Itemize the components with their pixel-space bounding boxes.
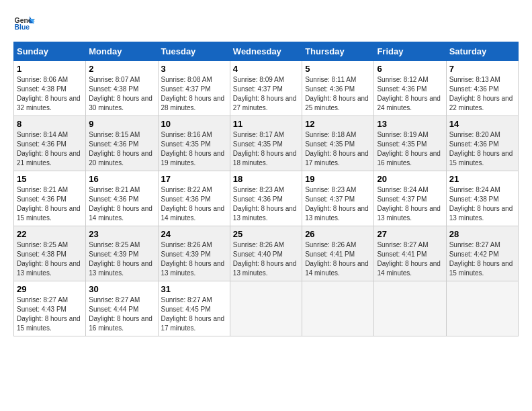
- weekday-header-sunday: Sunday: [14, 42, 86, 61]
- calendar-cell: 21Sunrise: 8:24 AMSunset: 4:38 PMDayligh…: [446, 171, 518, 226]
- weekday-header-monday: Monday: [86, 42, 158, 61]
- calendar-cell: 1Sunrise: 8:06 AMSunset: 4:38 PMDaylight…: [14, 61, 86, 116]
- day-info: Sunrise: 8:22 AMSunset: 4:36 PMDaylight:…: [161, 185, 227, 223]
- week-row-4: 22Sunrise: 8:25 AMSunset: 4:38 PMDayligh…: [14, 226, 519, 281]
- day-number: 10: [161, 119, 227, 129]
- day-info: Sunrise: 8:27 AMSunset: 4:42 PMDaylight:…: [449, 240, 515, 278]
- calendar-cell: 11Sunrise: 8:17 AMSunset: 4:35 PMDayligh…: [230, 116, 302, 171]
- svg-text:Blue: Blue: [15, 24, 30, 31]
- week-row-1: 1Sunrise: 8:06 AMSunset: 4:38 PMDaylight…: [14, 61, 519, 116]
- week-row-2: 8Sunrise: 8:14 AMSunset: 4:36 PMDaylight…: [14, 116, 519, 171]
- week-row-3: 15Sunrise: 8:21 AMSunset: 4:36 PMDayligh…: [14, 171, 519, 226]
- day-info: Sunrise: 8:20 AMSunset: 4:36 PMDaylight:…: [449, 130, 515, 168]
- calendar-cell: 15Sunrise: 8:21 AMSunset: 4:36 PMDayligh…: [14, 171, 86, 226]
- calendar-cell: 16Sunrise: 8:21 AMSunset: 4:36 PMDayligh…: [86, 171, 158, 226]
- weekday-header-wednesday: Wednesday: [230, 42, 302, 61]
- day-info: Sunrise: 8:24 AMSunset: 4:38 PMDaylight:…: [449, 185, 515, 223]
- calendar-cell: 24Sunrise: 8:26 AMSunset: 4:39 PMDayligh…: [158, 226, 230, 281]
- day-number: 22: [17, 229, 83, 239]
- calendar-cell: 28Sunrise: 8:27 AMSunset: 4:42 PMDayligh…: [446, 226, 518, 281]
- day-number: 9: [89, 119, 154, 129]
- day-number: 13: [377, 119, 443, 129]
- calendar-cell: 23Sunrise: 8:25 AMSunset: 4:39 PMDayligh…: [86, 226, 158, 281]
- day-number: 17: [161, 174, 227, 184]
- day-info: Sunrise: 8:06 AMSunset: 4:38 PMDaylight:…: [17, 75, 83, 113]
- calendar-cell: [230, 281, 302, 336]
- day-info: Sunrise: 8:25 AMSunset: 4:38 PMDaylight:…: [17, 240, 83, 278]
- calendar-cell: 13Sunrise: 8:19 AMSunset: 4:35 PMDayligh…: [374, 116, 446, 171]
- day-number: 23: [89, 229, 154, 239]
- day-info: Sunrise: 8:17 AMSunset: 4:35 PMDaylight:…: [233, 130, 299, 168]
- day-number: 6: [377, 64, 443, 74]
- day-number: 18: [233, 174, 299, 184]
- calendar-cell: 2Sunrise: 8:07 AMSunset: 4:38 PMDaylight…: [86, 61, 158, 116]
- day-info: Sunrise: 8:18 AMSunset: 4:35 PMDaylight:…: [305, 130, 371, 168]
- day-number: 8: [17, 119, 83, 129]
- day-info: Sunrise: 8:27 AMSunset: 4:43 PMDaylight:…: [17, 295, 83, 333]
- calendar-cell: 31Sunrise: 8:27 AMSunset: 4:45 PMDayligh…: [158, 281, 230, 336]
- day-info: Sunrise: 8:08 AMSunset: 4:37 PMDaylight:…: [161, 75, 227, 113]
- weekday-header-thursday: Thursday: [302, 42, 374, 61]
- day-info: Sunrise: 8:27 AMSunset: 4:44 PMDaylight:…: [89, 295, 154, 333]
- weekday-header-tuesday: Tuesday: [158, 42, 230, 61]
- day-number: 3: [161, 64, 227, 74]
- calendar-cell: 30Sunrise: 8:27 AMSunset: 4:44 PMDayligh…: [86, 281, 158, 336]
- day-info: Sunrise: 8:12 AMSunset: 4:36 PMDaylight:…: [377, 75, 443, 113]
- calendar-cell: 20Sunrise: 8:24 AMSunset: 4:37 PMDayligh…: [374, 171, 446, 226]
- calendar-cell: 10Sunrise: 8:16 AMSunset: 4:35 PMDayligh…: [158, 116, 230, 171]
- day-number: 21: [449, 174, 515, 184]
- calendar-cell: 18Sunrise: 8:23 AMSunset: 4:36 PMDayligh…: [230, 171, 302, 226]
- calendar: SundayMondayTuesdayWednesdayThursdayFrid…: [13, 42, 519, 336]
- calendar-cell: 17Sunrise: 8:22 AMSunset: 4:36 PMDayligh…: [158, 171, 230, 226]
- calendar-cell: 12Sunrise: 8:18 AMSunset: 4:35 PMDayligh…: [302, 116, 374, 171]
- day-number: 11: [233, 119, 299, 129]
- day-info: Sunrise: 8:26 AMSunset: 4:40 PMDaylight:…: [233, 240, 299, 278]
- day-info: Sunrise: 8:26 AMSunset: 4:39 PMDaylight:…: [161, 240, 227, 278]
- day-number: 15: [17, 174, 83, 184]
- day-info: Sunrise: 8:11 AMSunset: 4:36 PMDaylight:…: [305, 75, 371, 113]
- day-info: Sunrise: 8:24 AMSunset: 4:37 PMDaylight:…: [377, 185, 443, 223]
- day-number: 29: [17, 284, 83, 294]
- calendar-cell: 14Sunrise: 8:20 AMSunset: 4:36 PMDayligh…: [446, 116, 518, 171]
- calendar-cell: 8Sunrise: 8:14 AMSunset: 4:36 PMDaylight…: [14, 116, 86, 171]
- weekday-header-friday: Friday: [374, 42, 446, 61]
- day-info: Sunrise: 8:16 AMSunset: 4:35 PMDaylight:…: [161, 130, 227, 168]
- calendar-cell: 29Sunrise: 8:27 AMSunset: 4:43 PMDayligh…: [14, 281, 86, 336]
- day-info: Sunrise: 8:19 AMSunset: 4:35 PMDaylight:…: [377, 130, 443, 168]
- calendar-cell: 3Sunrise: 8:08 AMSunset: 4:37 PMDaylight…: [158, 61, 230, 116]
- calendar-cell: 9Sunrise: 8:15 AMSunset: 4:36 PMDaylight…: [86, 116, 158, 171]
- calendar-cell: 4Sunrise: 8:09 AMSunset: 4:37 PMDaylight…: [230, 61, 302, 116]
- logo-icon: General Blue: [13, 13, 35, 35]
- day-number: 26: [305, 229, 371, 239]
- calendar-cell: [302, 281, 374, 336]
- day-info: Sunrise: 8:21 AMSunset: 4:36 PMDaylight:…: [17, 185, 83, 223]
- day-number: 16: [89, 174, 154, 184]
- day-number: 25: [233, 229, 299, 239]
- day-info: Sunrise: 8:23 AMSunset: 4:37 PMDaylight:…: [305, 185, 371, 223]
- day-number: 19: [305, 174, 371, 184]
- day-info: Sunrise: 8:25 AMSunset: 4:39 PMDaylight:…: [89, 240, 154, 278]
- day-number: 12: [305, 119, 371, 129]
- day-info: Sunrise: 8:07 AMSunset: 4:38 PMDaylight:…: [89, 75, 154, 113]
- day-info: Sunrise: 8:13 AMSunset: 4:36 PMDaylight:…: [449, 75, 515, 113]
- calendar-cell: [374, 281, 446, 336]
- day-info: Sunrise: 8:15 AMSunset: 4:36 PMDaylight:…: [89, 130, 154, 168]
- calendar-cell: 27Sunrise: 8:27 AMSunset: 4:41 PMDayligh…: [374, 226, 446, 281]
- day-number: 2: [89, 64, 154, 74]
- day-number: 31: [161, 284, 227, 294]
- header: General Blue: [13, 13, 519, 35]
- calendar-cell: 22Sunrise: 8:25 AMSunset: 4:38 PMDayligh…: [14, 226, 86, 281]
- day-number: 7: [449, 64, 515, 74]
- calendar-cell: 7Sunrise: 8:13 AMSunset: 4:36 PMDaylight…: [446, 61, 518, 116]
- weekday-header-saturday: Saturday: [446, 42, 518, 61]
- weekday-header-row: SundayMondayTuesdayWednesdayThursdayFrid…: [14, 42, 519, 61]
- day-info: Sunrise: 8:23 AMSunset: 4:36 PMDaylight:…: [233, 185, 299, 223]
- day-number: 1: [17, 64, 83, 74]
- logo: General Blue: [13, 13, 35, 35]
- day-info: Sunrise: 8:27 AMSunset: 4:41 PMDaylight:…: [377, 240, 443, 278]
- day-number: 28: [449, 229, 515, 239]
- day-info: Sunrise: 8:09 AMSunset: 4:37 PMDaylight:…: [233, 75, 299, 113]
- day-number: 4: [233, 64, 299, 74]
- calendar-cell: 5Sunrise: 8:11 AMSunset: 4:36 PMDaylight…: [302, 61, 374, 116]
- day-number: 30: [89, 284, 154, 294]
